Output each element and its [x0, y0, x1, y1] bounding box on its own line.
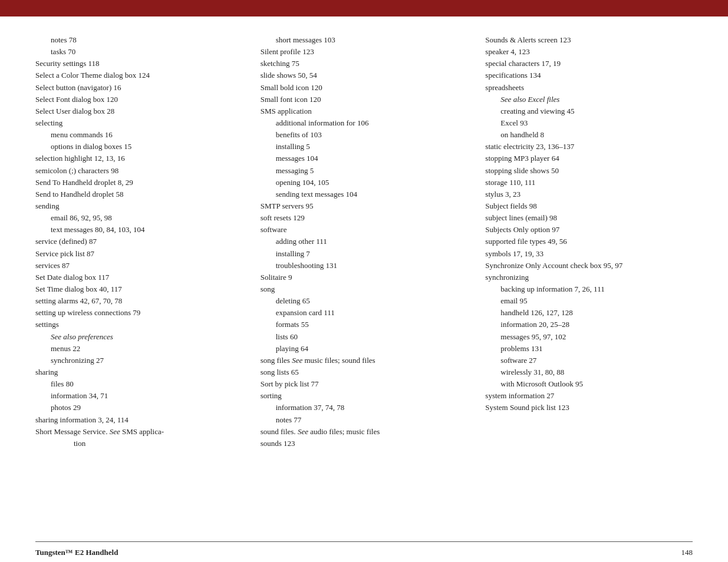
- index-entry: spreadsheets: [485, 82, 693, 94]
- index-entry: options in dialog boxes 15: [35, 141, 243, 153]
- index-entry: Select User dialog box 28: [35, 105, 243, 117]
- index-entry: See also preferences: [35, 331, 243, 343]
- index-entry: Small font icon 120: [261, 94, 468, 105]
- index-entry: sharing information 3, 24, 114: [35, 414, 243, 426]
- index-entry: Send To Handheld droplet 8, 29: [35, 177, 243, 189]
- index-entry: setting alarms 42, 67, 70, 78: [35, 295, 243, 307]
- index-entry: song: [261, 283, 468, 295]
- index-entry: sound files. See audio files; music file…: [261, 426, 468, 438]
- index-entry: system information 27: [485, 390, 693, 402]
- index-entry: lists 60: [261, 331, 468, 343]
- index-entry: creating and viewing 45: [485, 105, 693, 117]
- index-entry: notes 78: [35, 34, 243, 46]
- index-entry: soft resets 129: [261, 212, 468, 224]
- index-entry: Synchronize Only Account check box 95, 9…: [485, 260, 693, 272]
- index-entry: email 95: [485, 295, 693, 307]
- index-entry: song files See music files; sound files: [261, 355, 468, 366]
- index-entry: SMS application: [261, 105, 468, 117]
- index-entry: slide shows 50, 54: [261, 70, 468, 81]
- index-entry: stylus 3, 23: [485, 189, 693, 200]
- index-entry: sharing: [35, 366, 243, 378]
- index-entry: Solitaire 9: [261, 272, 468, 283]
- index-entry: selection highlight 12, 13, 16: [35, 153, 243, 164]
- index-entry: software 27: [485, 355, 693, 366]
- index-body: notes 78tasks 70Security settings 118Sel…: [35, 16, 693, 541]
- index-entry: Subjects Only option 97: [485, 224, 693, 236]
- footer-title: Tungsten™ E2 Handheld: [35, 548, 118, 557]
- index-entry: benefits of 103: [261, 129, 468, 141]
- index-entry: subject lines (email) 98: [485, 212, 693, 224]
- index-entry: System Sound pick list 123: [485, 402, 693, 414]
- index-entry: supported file types 49, 56: [485, 236, 693, 247]
- index-entry: short messages 103: [261, 34, 468, 46]
- index-entry: with Microsoft Outlook 95: [485, 378, 693, 390]
- index-entry: installing 7: [261, 248, 468, 260]
- index-entry: opening 104, 105: [261, 177, 468, 189]
- index-entry: Set Date dialog box 117: [35, 272, 243, 283]
- index-entry: menu commands 16: [35, 129, 243, 141]
- index-entry: handheld 126, 127, 128: [485, 307, 693, 319]
- footer: Tungsten™ E2 Handheld 148: [35, 541, 693, 562]
- top-bar: [0, 0, 728, 16]
- index-entry: formats 55: [261, 319, 468, 330]
- index-entry: sketching 75: [261, 58, 468, 70]
- index-entry: Sounds & Alerts screen 123: [485, 34, 693, 46]
- index-entry: sending: [35, 200, 243, 212]
- index-entry: tasks 70: [35, 46, 243, 58]
- index-entry: software: [261, 224, 468, 236]
- index-entry: installing 5: [261, 141, 468, 153]
- index-entry: static electricity 23, 136–137: [485, 141, 693, 153]
- index-entry: sounds 123: [261, 438, 468, 449]
- index-entry: See also Excel files: [485, 94, 693, 105]
- index-entry: Small bold icon 120: [261, 82, 468, 94]
- index-entry: Select button (navigator) 16: [35, 82, 243, 94]
- index-entry: Select Font dialog box 120: [35, 94, 243, 105]
- index-entry: troubleshooting 131: [261, 260, 468, 272]
- index-entry: menus 22: [35, 343, 243, 355]
- index-entry: messaging 5: [261, 165, 468, 177]
- index-entry: symbols 17, 19, 33: [485, 248, 693, 260]
- index-entry: notes 77: [261, 414, 468, 426]
- index-entry: Set Time dialog box 40, 117: [35, 283, 243, 295]
- column-1: notes 78tasks 70Security settings 118Sel…: [35, 34, 261, 541]
- index-entry: storage 110, 111: [485, 177, 693, 189]
- index-entry: Short Message Service. See SMS applica-: [35, 426, 243, 438]
- index-entry: information 37, 74, 78: [261, 402, 468, 414]
- index-entry: problems 131: [485, 343, 693, 355]
- index-entry: deleting 65: [261, 295, 468, 307]
- index-entry: Select a Color Theme dialog box 124: [35, 70, 243, 81]
- index-entry: speaker 4, 123: [485, 46, 693, 58]
- index-entry: selecting: [35, 117, 243, 129]
- index-entry: specifications 134: [485, 70, 693, 81]
- index-entry: synchronizing: [485, 272, 693, 283]
- index-entry: setting up wireless connections 79: [35, 307, 243, 319]
- index-entry: special characters 17, 19: [485, 58, 693, 70]
- index-entry: Subject fields 98: [485, 200, 693, 212]
- index-entry: email 86, 92, 95, 98: [35, 212, 243, 224]
- index-entry: information 20, 25–28: [485, 319, 693, 330]
- index-entry: messages 95, 97, 102: [485, 331, 693, 343]
- index-entry: on handheld 8: [485, 129, 693, 141]
- index-entry: sending text messages 104: [261, 189, 468, 200]
- index-entry: stopping slide shows 50: [485, 165, 693, 177]
- index-entry: sorting: [261, 390, 468, 402]
- index-entry: playing 64: [261, 343, 468, 355]
- index-entry: text messages 80, 84, 103, 104: [35, 224, 243, 236]
- index-entry: information 34, 71: [35, 390, 243, 402]
- index-entry: stopping MP3 player 64: [485, 153, 693, 164]
- index-entry: semicolon (;) characters 98: [35, 165, 243, 177]
- footer-page: 148: [681, 548, 693, 557]
- index-entry: wirelessly 31, 80, 88: [485, 366, 693, 378]
- index-entry: Send to Handheld droplet 58: [35, 189, 243, 200]
- index-entry: adding other 111: [261, 236, 468, 247]
- index-entry: expansion card 111: [261, 307, 468, 319]
- index-entry: photos 29: [35, 402, 243, 414]
- index-entry: additional information for 106: [261, 117, 468, 129]
- index-entry: tion: [35, 438, 243, 449]
- index-entry: Security settings 118: [35, 58, 243, 70]
- column-2: short messages 103Silent profile 123sket…: [261, 34, 486, 541]
- column-3: Sounds & Alerts screen 123speaker 4, 123…: [485, 34, 693, 541]
- index-entry: Sort by pick list 77: [261, 378, 468, 390]
- index-entry: settings: [35, 319, 243, 330]
- index-entry: Service pick list 87: [35, 248, 243, 260]
